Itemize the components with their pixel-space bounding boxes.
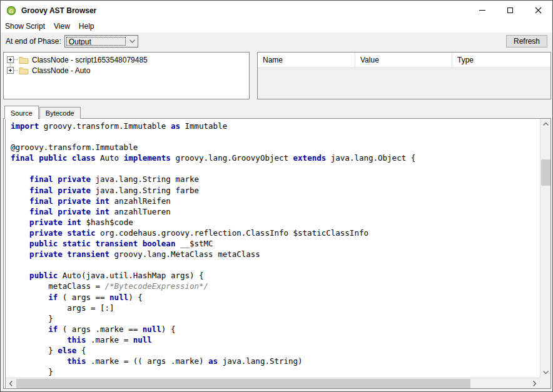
code-line: if ( args .marke == null) {: [11, 324, 540, 334]
code-line: final private java.lang.String marke: [11, 174, 540, 184]
code-line: [11, 163, 540, 174]
code-line: }: [11, 313, 540, 324]
code-viewport: import groovy.transform.Immutable as Imm…: [5, 119, 550, 388]
chevron-down-icon: [543, 371, 549, 374]
vertical-scrollbar[interactable]: [540, 119, 550, 378]
ast-tree-panel[interactable]: ClassNode - script1653548079485 ClassNod…: [3, 52, 250, 99]
tree-dots: [14, 59, 18, 60]
tree-node-label: ClassNode - Auto: [32, 66, 90, 75]
maximize-icon: [507, 8, 513, 13]
code-line: @groovy.transform.Immutable: [11, 142, 540, 153]
scroll-left-button[interactable]: [6, 378, 16, 389]
table-header: Name Value Type: [258, 53, 550, 68]
scrollbar-corner: [540, 378, 550, 388]
code-line: this .marke = (( args .marke) as java.la…: [11, 356, 540, 366]
menubar: Show Script View Help: [1, 20, 552, 33]
groovy-ast-browser-window: G Groovy AST Browser Show Script View He…: [0, 0, 553, 392]
upper-panels: ClassNode - script1653548079485 ClassNod…: [3, 52, 551, 99]
phase-dropdown[interactable]: Output: [64, 35, 138, 48]
column-header-name[interactable]: Name: [258, 53, 355, 68]
refresh-button[interactable]: Refresh: [506, 35, 547, 48]
menu-show-script[interactable]: Show Script: [5, 21, 49, 32]
folder-icon: [19, 56, 29, 64]
source-code-panel: import groovy.transform.Immutable as Imm…: [3, 118, 551, 389]
column-header-type[interactable]: Type: [452, 53, 550, 68]
code-line: private static org.codehaus.groovy.refle…: [11, 228, 540, 238]
maximize-button[interactable]: [496, 1, 524, 20]
horizontal-scroll-thumb[interactable]: [16, 379, 470, 388]
folder-icon: [19, 66, 29, 74]
code-line: final private int anzahlReifen: [11, 196, 540, 206]
table-body: [258, 68, 550, 99]
svg-text:G: G: [9, 8, 13, 14]
source-code[interactable]: import groovy.transform.Immutable as Imm…: [6, 119, 540, 378]
menu-help[interactable]: Help: [79, 21, 99, 32]
code-line: [11, 259, 540, 270]
code-line: }: [11, 366, 540, 377]
expand-plus-icon[interactable]: [7, 56, 14, 63]
code-line: metaClass = /*BytecodeExpression*/: [11, 281, 540, 291]
window-title: Groovy AST Browser: [21, 6, 96, 15]
tab-source[interactable]: Source: [4, 106, 39, 119]
tree-node-label: ClassNode - script1653548079485: [32, 56, 148, 64]
code-line: private transient groovy.lang.MetaClass …: [11, 249, 540, 259]
titlebar: G Groovy AST Browser: [1, 1, 552, 20]
tabstrip: Source Bytecode: [4, 104, 81, 119]
code-line: this .marke = null: [11, 334, 540, 345]
minimize-icon: [479, 10, 485, 11]
groovy-logo-icon: G: [6, 6, 16, 16]
code-line: public Auto(java.util.HashMap args) {: [11, 270, 540, 281]
attribute-table-panel: Name Value Type: [257, 52, 551, 99]
vertical-scroll-thumb[interactable]: [541, 159, 550, 186]
titlebar-left: G Groovy AST Browser: [1, 6, 96, 16]
panel-splitter[interactable]: [250, 52, 257, 99]
tab-bytecode[interactable]: Bytecode: [39, 107, 81, 119]
chevron-right-icon: [533, 381, 536, 386]
code-line: args = [:]: [11, 303, 540, 313]
code-line: [11, 131, 540, 142]
close-button[interactable]: [524, 1, 552, 20]
code-line: final private int anzahlTueren: [11, 206, 540, 217]
expand-plus-icon[interactable]: [7, 67, 14, 74]
chevron-up-icon: [543, 123, 549, 126]
code-line: final public class Auto implements groov…: [11, 153, 540, 163]
chevron-left-icon: [9, 381, 13, 386]
code-line: import groovy.transform.Immutable as Imm…: [11, 121, 540, 131]
minimize-button[interactable]: [468, 1, 496, 20]
code-line: private int $hash$code: [11, 217, 540, 228]
scroll-down-button[interactable]: [540, 367, 551, 378]
code-line: final private java.lang.String farbe: [11, 185, 540, 196]
tree-row-auto-classnode[interactable]: ClassNode - Auto: [4, 65, 249, 76]
code-line: public static transient boolean __$stMC: [11, 238, 540, 249]
window-controls: [468, 1, 552, 20]
column-header-value[interactable]: Value: [355, 53, 452, 68]
close-icon: [535, 7, 542, 14]
scroll-right-button[interactable]: [529, 378, 540, 389]
phase-label: At end of Phase:: [6, 37, 61, 46]
horizontal-scrollbar[interactable]: [6, 378, 540, 388]
menu-view[interactable]: View: [54, 21, 74, 32]
scroll-up-button[interactable]: [540, 119, 551, 129]
phase-toolbar: At end of Phase: Output Refresh: [1, 33, 552, 50]
tree-row-script-classnode[interactable]: ClassNode - script1653548079485: [4, 54, 249, 65]
chevron-down-icon: [127, 36, 138, 47]
code-line: } else {: [11, 345, 540, 356]
code-line: if ( args == null) {: [11, 292, 540, 303]
phase-dropdown-value: Output: [66, 37, 126, 46]
tree-dots: [14, 70, 18, 71]
